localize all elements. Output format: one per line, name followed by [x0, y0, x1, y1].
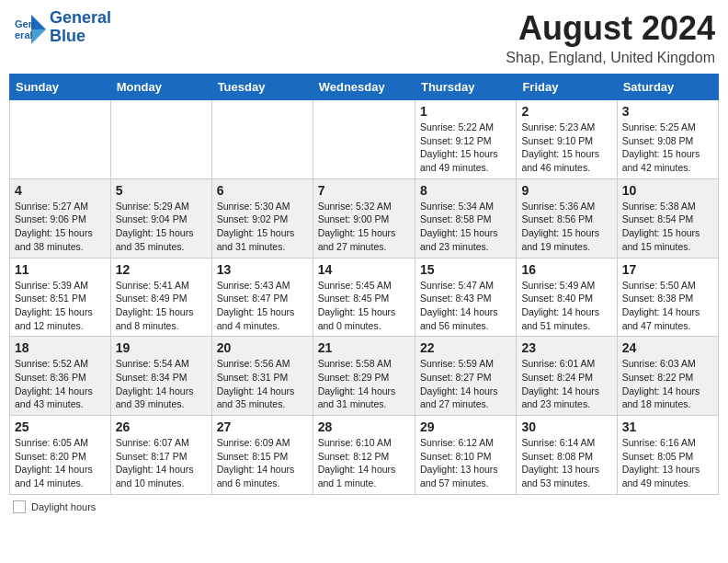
header-day-thursday: Thursday — [415, 75, 516, 100]
calendar-cell — [313, 100, 415, 179]
logo-text: General Blue — [50, 9, 111, 46]
day-detail: Sunrise: 5:50 AM Sunset: 8:38 PM Dayligh… — [622, 279, 713, 333]
day-number: 29 — [420, 419, 511, 434]
calendar-cell: 24Sunrise: 6:03 AM Sunset: 8:22 PM Dayli… — [617, 337, 718, 416]
month-title: August 2024 — [506, 9, 715, 48]
day-number: 3 — [622, 104, 713, 119]
calendar-cell: 25Sunrise: 6:05 AM Sunset: 8:20 PM Dayli… — [10, 416, 111, 495]
calendar-cell: 9Sunrise: 5:36 AM Sunset: 8:56 PM Daylig… — [517, 178, 617, 258]
calendar-cell: 10Sunrise: 5:38 AM Sunset: 8:54 PM Dayli… — [617, 178, 718, 258]
header-day-tuesday: Tuesday — [211, 75, 313, 100]
location-title: Shap, England, United Kingdom — [506, 50, 715, 66]
day-number: 25 — [15, 419, 106, 434]
calendar-cell — [211, 100, 313, 179]
calendar-cell: 11Sunrise: 5:39 AM Sunset: 8:51 PM Dayli… — [10, 258, 111, 337]
day-detail: Sunrise: 6:09 AM Sunset: 8:15 PM Dayligh… — [217, 436, 308, 490]
logo: Gen eral General Blue — [13, 9, 111, 46]
day-detail: Sunrise: 5:36 AM Sunset: 8:56 PM Dayligh… — [521, 200, 611, 254]
day-number: 4 — [15, 183, 106, 198]
day-number: 16 — [521, 262, 611, 277]
day-detail: Sunrise: 6:03 AM Sunset: 8:22 PM Dayligh… — [622, 357, 713, 411]
calendar-cell: 18Sunrise: 5:52 AM Sunset: 8:36 PM Dayli… — [10, 337, 111, 416]
calendar-cell: 23Sunrise: 6:01 AM Sunset: 8:24 PM Dayli… — [517, 337, 617, 416]
calendar-cell: 14Sunrise: 5:45 AM Sunset: 8:45 PM Dayli… — [313, 258, 415, 337]
day-number: 26 — [116, 419, 207, 434]
day-detail: Sunrise: 5:39 AM Sunset: 8:51 PM Dayligh… — [15, 279, 106, 333]
svg-text:eral: eral — [15, 29, 33, 40]
title-block: August 2024 Shap, England, United Kingdo… — [506, 9, 715, 66]
day-detail: Sunrise: 5:56 AM Sunset: 8:31 PM Dayligh… — [217, 357, 308, 411]
day-number: 7 — [318, 183, 410, 198]
calendar-cell — [10, 100, 111, 179]
calendar-cell: 16Sunrise: 5:49 AM Sunset: 8:40 PM Dayli… — [517, 258, 617, 337]
header-day-friday: Friday — [517, 75, 617, 100]
calendar-cell: 29Sunrise: 6:12 AM Sunset: 8:10 PM Dayli… — [415, 416, 516, 495]
calendar-cell: 31Sunrise: 6:16 AM Sunset: 8:05 PM Dayli… — [617, 416, 718, 495]
day-number: 24 — [622, 340, 713, 355]
header-day-sunday: Sunday — [10, 75, 111, 100]
day-detail: Sunrise: 5:43 AM Sunset: 8:47 PM Dayligh… — [217, 279, 308, 333]
calendar-cell: 22Sunrise: 5:59 AM Sunset: 8:27 PM Dayli… — [415, 337, 516, 416]
day-number: 12 — [116, 262, 207, 277]
header-row: SundayMondayTuesdayWednesdayThursdayFrid… — [10, 75, 719, 100]
daylight-legend: Daylight hours — [13, 500, 96, 513]
day-number: 20 — [217, 340, 308, 355]
day-number: 17 — [622, 262, 713, 277]
calendar-cell: 19Sunrise: 5:54 AM Sunset: 8:34 PM Dayli… — [110, 337, 211, 416]
day-number: 9 — [521, 183, 611, 198]
day-detail: Sunrise: 6:16 AM Sunset: 8:05 PM Dayligh… — [622, 436, 713, 490]
calendar-cell: 2Sunrise: 5:23 AM Sunset: 9:10 PM Daylig… — [517, 100, 617, 179]
day-number: 23 — [521, 340, 611, 355]
day-number: 10 — [622, 183, 713, 198]
day-detail: Sunrise: 5:25 AM Sunset: 9:08 PM Dayligh… — [622, 121, 713, 175]
week-row-5: 25Sunrise: 6:05 AM Sunset: 8:20 PM Dayli… — [10, 416, 719, 495]
day-detail: Sunrise: 6:10 AM Sunset: 8:12 PM Dayligh… — [318, 436, 410, 490]
day-detail: Sunrise: 5:59 AM Sunset: 8:27 PM Dayligh… — [420, 357, 511, 411]
calendar-cell: 8Sunrise: 5:34 AM Sunset: 8:58 PM Daylig… — [415, 178, 516, 258]
calendar-cell: 13Sunrise: 5:43 AM Sunset: 8:47 PM Dayli… — [211, 258, 313, 337]
day-detail: Sunrise: 5:23 AM Sunset: 9:10 PM Dayligh… — [521, 121, 611, 175]
calendar-cell: 20Sunrise: 5:56 AM Sunset: 8:31 PM Dayli… — [211, 337, 313, 416]
logo-icon: Gen eral — [13, 11, 46, 44]
calendar-cell: 28Sunrise: 6:10 AM Sunset: 8:12 PM Dayli… — [313, 416, 415, 495]
week-row-1: 1Sunrise: 5:22 AM Sunset: 9:12 PM Daylig… — [10, 100, 719, 179]
header-day-wednesday: Wednesday — [313, 75, 415, 100]
day-detail: Sunrise: 5:38 AM Sunset: 8:54 PM Dayligh… — [622, 200, 713, 254]
day-detail: Sunrise: 5:58 AM Sunset: 8:29 PM Dayligh… — [318, 357, 410, 411]
daylight-label: Daylight hours — [31, 501, 96, 512]
day-number: 13 — [217, 262, 308, 277]
day-detail: Sunrise: 5:22 AM Sunset: 9:12 PM Dayligh… — [420, 121, 511, 175]
day-detail: Sunrise: 5:54 AM Sunset: 8:34 PM Dayligh… — [116, 357, 207, 411]
day-number: 21 — [318, 340, 410, 355]
day-number: 15 — [420, 262, 511, 277]
footer: Daylight hours — [9, 500, 719, 513]
calendar-cell: 3Sunrise: 5:25 AM Sunset: 9:08 PM Daylig… — [617, 100, 718, 179]
calendar-cell: 21Sunrise: 5:58 AM Sunset: 8:29 PM Dayli… — [313, 337, 415, 416]
calendar-cell: 6Sunrise: 5:30 AM Sunset: 9:02 PM Daylig… — [211, 178, 313, 258]
day-detail: Sunrise: 5:34 AM Sunset: 8:58 PM Dayligh… — [420, 200, 511, 254]
day-number: 8 — [420, 183, 511, 198]
day-number: 11 — [15, 262, 106, 277]
calendar-cell: 4Sunrise: 5:27 AM Sunset: 9:06 PM Daylig… — [10, 178, 111, 258]
day-detail: Sunrise: 5:45 AM Sunset: 8:45 PM Dayligh… — [318, 279, 410, 333]
day-detail: Sunrise: 5:29 AM Sunset: 9:04 PM Dayligh… — [116, 200, 207, 254]
calendar-cell: 17Sunrise: 5:50 AM Sunset: 8:38 PM Dayli… — [617, 258, 718, 337]
calendar-cell: 5Sunrise: 5:29 AM Sunset: 9:04 PM Daylig… — [110, 178, 211, 258]
daylight-color-box — [13, 500, 26, 513]
calendar-cell: 15Sunrise: 5:47 AM Sunset: 8:43 PM Dayli… — [415, 258, 516, 337]
calendar-table: SundayMondayTuesdayWednesdayThursdayFrid… — [9, 74, 719, 495]
day-detail: Sunrise: 6:01 AM Sunset: 8:24 PM Dayligh… — [521, 357, 611, 411]
week-row-4: 18Sunrise: 5:52 AM Sunset: 8:36 PM Dayli… — [10, 337, 719, 416]
week-row-3: 11Sunrise: 5:39 AM Sunset: 8:51 PM Dayli… — [10, 258, 719, 337]
day-number: 27 — [217, 419, 308, 434]
calendar-cell: 30Sunrise: 6:14 AM Sunset: 8:08 PM Dayli… — [517, 416, 617, 495]
day-number: 31 — [622, 419, 713, 434]
day-detail: Sunrise: 6:12 AM Sunset: 8:10 PM Dayligh… — [420, 436, 511, 490]
day-number: 6 — [217, 183, 308, 198]
calendar-cell: 27Sunrise: 6:09 AM Sunset: 8:15 PM Dayli… — [211, 416, 313, 495]
week-row-2: 4Sunrise: 5:27 AM Sunset: 9:06 PM Daylig… — [10, 178, 719, 258]
header-day-monday: Monday — [110, 75, 211, 100]
day-detail: Sunrise: 5:30 AM Sunset: 9:02 PM Dayligh… — [217, 200, 308, 254]
day-number: 30 — [521, 419, 611, 434]
day-detail: Sunrise: 5:32 AM Sunset: 9:00 PM Dayligh… — [318, 200, 410, 254]
